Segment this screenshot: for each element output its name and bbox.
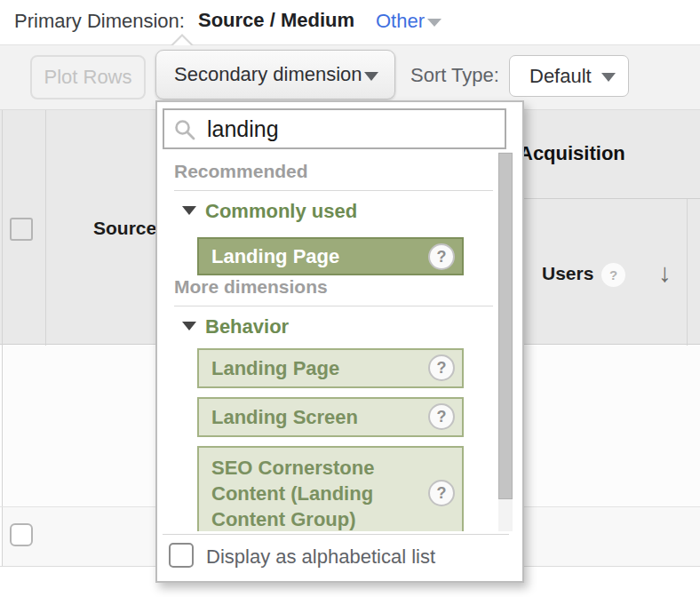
help-icon[interactable]: ? (428, 403, 455, 430)
chevron-down-icon (364, 72, 378, 81)
secondary-dimension-button-label: Secondary dimension (174, 63, 362, 85)
dimension-list: Recommended Commonly used Landing Page ?… (157, 152, 497, 531)
help-icon[interactable]: ? (601, 263, 625, 287)
group-heading-more-dimensions: More dimensions (174, 276, 493, 306)
group-heading-recommended: Recommended (174, 161, 493, 191)
scrollbar-thumb[interactable] (498, 153, 513, 499)
category-label: Behavior (205, 315, 289, 338)
dimension-item-label: Landing Page (211, 357, 339, 379)
caret-down-icon (182, 206, 196, 215)
other-dimension-link[interactable]: Other (376, 10, 425, 33)
help-icon[interactable]: ? (428, 243, 455, 270)
category-commonly-used[interactable]: Commonly used (182, 200, 357, 223)
primary-dimension-selected-tab[interactable]: Source / Medium (198, 9, 354, 32)
dimension-item-label: Landing Screen (211, 406, 358, 428)
category-behavior[interactable]: Behavior (182, 315, 289, 338)
alphabetical-list-label: Display as alphabetical list (206, 545, 435, 569)
acquisition-group-header: Acquisition (519, 142, 625, 165)
category-label: Commonly used (205, 200, 357, 222)
table-border (521, 198, 700, 199)
secondary-dimension-button[interactable]: Secondary dimension (155, 50, 395, 100)
dimension-item-label: Landing Page (211, 245, 339, 267)
chevron-down-icon (601, 73, 616, 82)
sort-type-select[interactable]: Default (509, 55, 629, 97)
dimension-item-label: SEO Cornerstone Content (Landing Content… (211, 457, 374, 530)
dimension-search-box[interactable] (163, 108, 506, 149)
help-icon[interactable]: ? (428, 480, 455, 506)
sort-descending-icon: ↓ (658, 259, 672, 288)
alphabetical-list-checkbox[interactable] (169, 543, 194, 568)
divider (163, 534, 509, 535)
dimension-search-input[interactable] (207, 113, 491, 145)
dimension-item-seo-cornerstone[interactable]: SEO Cornerstone Content (Landing Content… (197, 446, 464, 531)
source-column-header: Source (93, 218, 156, 239)
dimension-item-landing-screen[interactable]: Landing Screen ? (197, 397, 464, 437)
primary-dimension-bar: Primary Dimension: Source / Medium Other (0, 0, 700, 44)
row-checkbox[interactable] (10, 523, 33, 546)
dimension-item-landing-page-selected[interactable]: Landing Page ? (197, 237, 464, 275)
primary-dimension-label: Primary Dimension: (14, 10, 185, 33)
select-all-checkbox[interactable] (10, 218, 33, 241)
sort-type-label: Sort Type: (410, 64, 499, 87)
chevron-down-icon (427, 19, 441, 27)
help-icon[interactable]: ? (428, 354, 455, 381)
caret-down-icon (182, 322, 196, 330)
sort-type-selected-value: Default (529, 65, 592, 87)
search-icon (173, 118, 196, 141)
secondary-dimension-dropdown: Recommended Commonly used Landing Page ?… (155, 100, 524, 583)
plot-rows-button[interactable]: Plot Rows (30, 55, 146, 100)
tab-notch-fill (173, 36, 191, 45)
dimension-item-landing-page[interactable]: Landing Page ? (197, 348, 464, 388)
users-column-header[interactable]: Users (542, 263, 593, 284)
